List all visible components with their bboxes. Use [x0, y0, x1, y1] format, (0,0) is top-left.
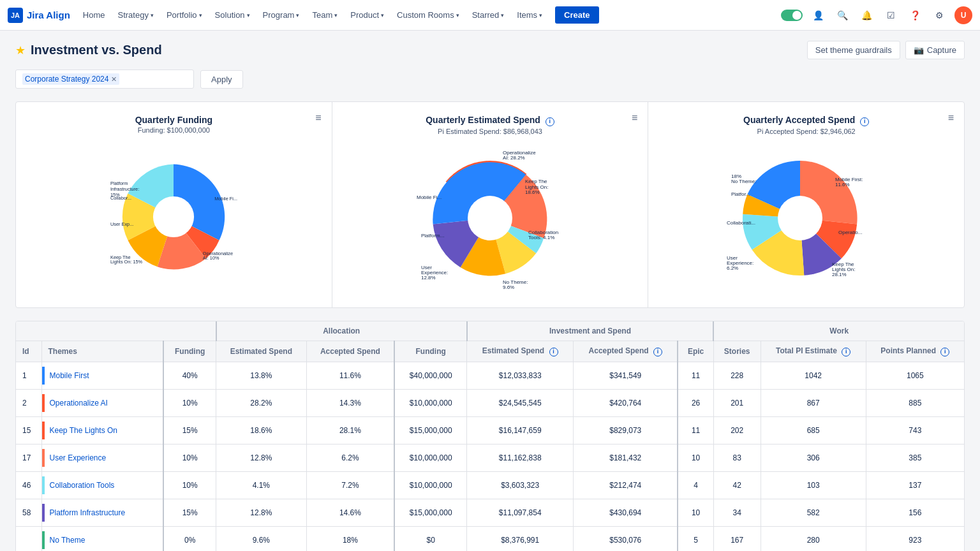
chart-menu-accepted[interactable]: ≡	[948, 112, 954, 124]
theme-link[interactable]: Mobile First	[50, 371, 89, 380]
cell-total-pi: 582	[761, 499, 866, 527]
col-points-planned: Points Planned i	[866, 341, 964, 362]
theme-link[interactable]: User Experience	[50, 453, 107, 462]
cell-id	[16, 527, 41, 552]
cell-stories: 201	[713, 390, 761, 417]
theme-link[interactable]: Operationalize AI	[50, 399, 108, 408]
topnav-right: 👤 🔍 🔔 ☑ ❓ ⚙ U	[781, 6, 972, 24]
svg-text:Collaborati...: Collaborati...	[727, 220, 755, 226]
capture-button[interactable]: 📷 Capture	[905, 41, 965, 59]
table-row: 15 Keep The Lights On 15% 18.6% 28.1% $1…	[16, 417, 964, 444]
cell-alloc-funding: 10%	[163, 390, 216, 417]
page-header: ★ Investment vs. Spend Set theme guardra…	[15, 41, 965, 59]
checkbox-icon[interactable]: ☑	[882, 6, 900, 24]
chart-quarterly-accepted-spend: ≡ Quarterly Accepted Spend i Pi Accepted…	[648, 102, 964, 307]
table-row: 58 Platform Infrastructure 15% 12.8% 14.…	[16, 499, 964, 527]
app-name: Jira Align	[27, 10, 70, 20]
avatar[interactable]: U	[954, 6, 972, 24]
nav-home[interactable]: Home	[78, 8, 110, 22]
table-row: 2 Operationalize AI 10% 28.2% 14.3% $10,…	[16, 390, 964, 417]
cell-total-pi: 103	[761, 472, 866, 499]
estimated-spend-info-icon[interactable]: i	[546, 117, 554, 126]
search-icon[interactable]: 🔍	[833, 6, 851, 24]
est-spend-col-info-icon[interactable]: i	[549, 348, 558, 356]
header-actions: Set theme guardrails 📷 Capture	[807, 41, 965, 59]
cell-alloc-est-spend: 28.2%	[216, 390, 307, 417]
nav-portfolio[interactable]: Portfolio▾	[161, 8, 207, 22]
chart-menu-funding[interactable]: ≡	[315, 112, 321, 124]
nav-starred[interactable]: Starred▾	[467, 8, 510, 22]
cell-alloc-acc-spend: 18%	[306, 527, 394, 552]
filter-tag: Corporate Strategy 2024 ✕	[22, 73, 119, 85]
apply-button[interactable]: Apply	[200, 70, 243, 89]
cell-inv-est-spend: $11,162,838	[467, 444, 574, 472]
cell-id: 58	[16, 499, 41, 527]
points-planned-col-info-icon[interactable]: i	[940, 348, 949, 356]
settings-icon[interactable]: ⚙	[930, 6, 948, 24]
nav-team[interactable]: Team▾	[307, 8, 343, 22]
svg-text:Lights On: 15%: Lights On: 15%	[110, 259, 143, 265]
cell-inv-funding: $15,000,000	[394, 417, 466, 444]
user-icon[interactable]: 👤	[809, 6, 827, 24]
cell-points-planned: 137	[866, 472, 964, 499]
chart-menu-estimated[interactable]: ≡	[632, 112, 637, 124]
chart-subtitle-funding: Funding: $100,000,000	[29, 126, 319, 134]
svg-point-11	[468, 196, 512, 240]
data-table: Allocation Investment and Spend Work Id …	[15, 321, 965, 551]
nav-program[interactable]: Program▾	[258, 8, 305, 22]
cell-id: 17	[16, 444, 41, 472]
create-button[interactable]: Create	[555, 6, 598, 24]
chart-title-funding: Quarterly Funding	[29, 115, 319, 125]
items-chevron-icon: ▾	[539, 12, 542, 18]
custom-rooms-chevron-icon: ▾	[456, 12, 459, 18]
filter-tag-remove[interactable]: ✕	[111, 75, 117, 84]
nav-strategy[interactable]: Strategy▾	[112, 8, 158, 22]
theme-link[interactable]: Collaboration Tools	[50, 481, 115, 490]
cell-theme: Mobile First	[41, 362, 163, 390]
set-theme-guardrails-button[interactable]: Set theme guardrails	[807, 41, 900, 59]
cell-total-pi: 280	[761, 527, 866, 552]
cell-inv-est-spend: $11,097,854	[467, 499, 574, 527]
star-icon[interactable]: ★	[15, 43, 26, 57]
accepted-spend-info-icon[interactable]: i	[860, 117, 869, 126]
svg-text:Platfor...: Platfor...	[731, 191, 750, 197]
filter-input[interactable]: Corporate Strategy 2024 ✕	[15, 70, 194, 89]
cell-inv-funding: $10,000,000	[394, 390, 466, 417]
nav-custom-rooms[interactable]: Custom Rooms▾	[392, 8, 464, 22]
toggle-switch[interactable]	[781, 10, 803, 21]
cell-inv-acc-spend: $530,076	[574, 527, 678, 552]
app-logo[interactable]: JA Jira Align	[8, 8, 70, 23]
acc-spend-col-info-icon[interactable]: i	[653, 348, 662, 356]
cell-alloc-funding: 15%	[163, 499, 216, 527]
col-alloc-funding: Funding	[163, 341, 216, 362]
col-epic: Epic	[678, 341, 713, 362]
nav-product[interactable]: Product▾	[345, 8, 389, 22]
cell-alloc-acc-spend: 11.6%	[306, 362, 394, 390]
cell-inv-acc-spend: $212,474	[574, 472, 678, 499]
bell-icon[interactable]: 🔔	[858, 6, 875, 24]
cell-points-planned: 385	[866, 444, 964, 472]
total-pi-col-info-icon[interactable]: i	[842, 348, 850, 356]
cell-total-pi: 867	[761, 390, 866, 417]
cell-inv-est-spend: $24,545,545	[467, 390, 574, 417]
help-icon[interactable]: ❓	[906, 6, 924, 24]
svg-text:9.6%: 9.6%	[503, 284, 514, 290]
pie-chart-funding: Mobile Fi... Operationalize AI: 10% Keep…	[103, 147, 244, 287]
col-themes: Themes	[41, 341, 163, 362]
cell-points-planned: 1065	[866, 362, 964, 390]
investment-spend-table: Allocation Investment and Spend Work Id …	[16, 321, 964, 551]
cell-inv-est-spend: $8,376,991	[467, 527, 574, 552]
nav-solution[interactable]: Solution▾	[210, 8, 255, 22]
cell-points-planned: 885	[866, 390, 964, 417]
theme-link[interactable]: Keep The Lights On	[50, 426, 118, 435]
theme-link[interactable]: No Theme	[50, 536, 85, 545]
col-alloc-acc-spend: Accepted Spend	[306, 341, 394, 362]
svg-text:Mobile Fi...: Mobile Fi...	[214, 196, 237, 202]
cell-inv-est-spend: $12,033,833	[467, 362, 574, 390]
theme-link[interactable]: Platform Infrastructure	[50, 508, 126, 517]
capture-icon: 📷	[914, 45, 924, 55]
nav-items[interactable]: Items▾	[512, 8, 547, 22]
cell-inv-funding: $15,000,000	[394, 499, 466, 527]
cell-alloc-acc-spend: 6.2%	[306, 444, 394, 472]
col-total-pi: Total PI Estimate i	[761, 341, 866, 362]
